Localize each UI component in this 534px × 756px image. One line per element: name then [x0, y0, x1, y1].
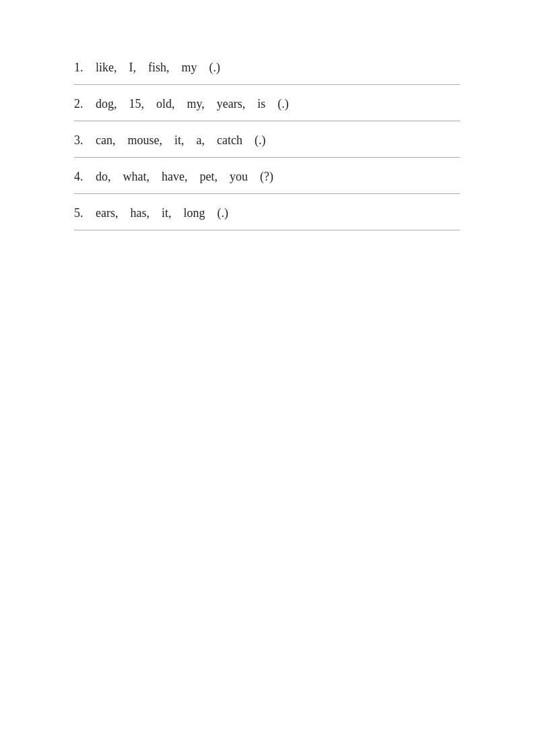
word-2-6: (.): [277, 97, 289, 111]
word-5-4: (.): [218, 206, 229, 220]
exercise-item-3: 3.can,mouse,it,a,catch(.): [74, 121, 460, 158]
word-3-1: mouse,: [127, 133, 162, 148]
item-content-5: 5.ears,has,it,long(.): [74, 206, 460, 220]
word-4-2: have,: [162, 170, 187, 184]
word-2-4: years,: [217, 97, 245, 111]
item-words-1: like,I,fish,my(.): [96, 61, 220, 75]
item-content-1: 1.like,I,fish,my(.): [74, 61, 460, 75]
word-2-5: is: [257, 97, 265, 111]
word-5-3: long: [184, 206, 205, 220]
word-2-0: dog,: [96, 97, 117, 111]
item-words-3: can,mouse,it,a,catch(.): [96, 133, 265, 148]
item-content-2: 2.dog,15,old,my,years,is(.): [74, 97, 460, 111]
word-2-3: my,: [187, 97, 205, 111]
word-3-2: it,: [174, 133, 185, 148]
item-number-2: 2.: [74, 97, 93, 111]
item-words-2: dog,15,old,my,years,is(.): [96, 97, 289, 111]
word-3-4: catch: [217, 133, 242, 148]
word-3-3: a,: [197, 133, 205, 148]
word-1-4: (.): [209, 61, 221, 75]
word-4-4: you: [230, 170, 248, 184]
item-number-4: 4.: [74, 170, 93, 184]
item-content-3: 3.can,mouse,it,a,catch(.): [74, 133, 460, 148]
exercise-item-2: 2.dog,15,old,my,years,is(.): [74, 85, 460, 121]
word-2-1: 15,: [129, 97, 145, 111]
word-1-3: my: [182, 61, 197, 75]
word-4-0: do,: [96, 170, 111, 184]
page: 1.like,I,fish,my(.)2.dog,15,old,my,years…: [0, 0, 534, 756]
word-5-2: it,: [162, 206, 172, 220]
exercise-item-1: 1.like,I,fish,my(.): [74, 54, 460, 85]
item-words-4: do,what,have,pet,you(?): [96, 170, 273, 184]
item-number-5: 5.: [74, 206, 93, 220]
word-4-3: pet,: [199, 170, 218, 184]
item-content-4: 4.do,what,have,pet,you(?): [74, 170, 460, 184]
word-4-5: (?): [260, 170, 273, 184]
exercise-item-4: 4.do,what,have,pet,you(?): [74, 158, 460, 194]
word-1-1: I,: [129, 61, 137, 75]
word-5-0: ears,: [96, 206, 118, 220]
word-5-1: has,: [130, 206, 149, 220]
item-words-5: ears,has,it,long(.): [96, 206, 228, 220]
word-2-2: old,: [156, 97, 175, 111]
word-3-5: (.): [255, 133, 266, 148]
item-number-1: 1.: [74, 61, 93, 75]
word-1-2: fish,: [148, 61, 170, 75]
word-4-1: what,: [123, 170, 150, 184]
word-1-0: like,: [96, 61, 117, 75]
word-3-0: can,: [96, 133, 115, 148]
exercise-list: 1.like,I,fish,my(.)2.dog,15,old,my,years…: [74, 54, 460, 230]
exercise-item-5: 5.ears,has,it,long(.): [74, 194, 460, 230]
item-number-3: 3.: [74, 133, 93, 148]
